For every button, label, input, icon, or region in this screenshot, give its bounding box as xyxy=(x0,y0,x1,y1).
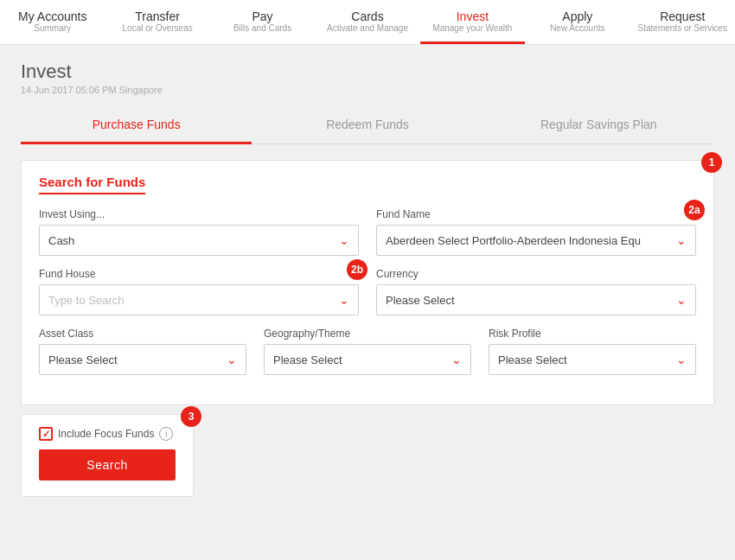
currency-value: Please Select xyxy=(386,294,671,307)
asset-class-value: Please Select xyxy=(48,353,221,366)
fund-house-value: Type to Search xyxy=(48,294,334,307)
bottom-section: 3 Include Focus Funds i Search xyxy=(21,414,194,497)
top-navigation: My Accounts Summary Transfer Local or Ov… xyxy=(0,0,735,45)
nav-request[interactable]: Request Statements or Services xyxy=(630,0,735,44)
fund-house-chevron-icon: ⌄ xyxy=(339,293,349,307)
risk-profile-group: Risk Profile Please Select ⌄ xyxy=(489,328,696,375)
include-focus-funds-row: Include Focus Funds i xyxy=(39,427,176,441)
step-badge-2a: 2a xyxy=(684,200,705,220)
include-focus-funds-checkbox[interactable] xyxy=(39,427,53,441)
tab-purchase-funds[interactable]: Purchase Funds xyxy=(21,109,252,144)
form-row-3: Asset Class Please Select ⌄ Geography/Th… xyxy=(39,328,696,375)
nav-invest[interactable]: Invest Manage your Wealth xyxy=(420,0,525,44)
main-tabs: Purchase Funds Redeem Funds Regular Savi… xyxy=(21,109,714,144)
asset-class-label: Asset Class xyxy=(39,328,246,340)
risk-profile-value: Please Select xyxy=(498,353,671,366)
page-date: 14 Jun 2017 05:06 PM Singapore xyxy=(21,85,714,95)
search-button[interactable]: Search xyxy=(39,449,176,480)
invest-using-chevron-icon: ⌄ xyxy=(339,233,349,247)
search-for-funds-card: 1 Search for Funds Invest Using... Cash … xyxy=(21,160,714,405)
nav-my-accounts[interactable]: My Accounts Summary xyxy=(0,0,105,44)
page-title: Invest xyxy=(21,60,714,83)
step-badge-2b: 2b xyxy=(347,259,368,280)
geography-theme-group: Geography/Theme Please Select ⌄ xyxy=(264,328,471,375)
asset-class-chevron-icon: ⌄ xyxy=(227,353,237,366)
step-badge-1: 1 xyxy=(701,152,722,173)
fund-house-label: Fund House xyxy=(39,268,359,280)
currency-label: Currency xyxy=(376,268,696,280)
geography-theme-label: Geography/Theme xyxy=(264,328,471,340)
fund-house-select[interactable]: Type to Search ⌄ xyxy=(39,284,359,315)
nav-transfer[interactable]: Transfer Local or Overseas xyxy=(105,0,209,44)
risk-profile-select[interactable]: Please Select ⌄ xyxy=(489,344,696,375)
nav-cards[interactable]: Cards Activate and Manage xyxy=(315,0,419,44)
form-row-2: 2b Fund House Type to Search ⌄ Currency … xyxy=(39,268,696,315)
invest-using-label: Invest Using... xyxy=(39,208,359,220)
currency-chevron-icon: ⌄ xyxy=(676,293,687,307)
invest-using-group: Invest Using... Cash ⌄ xyxy=(39,208,359,256)
fund-name-value: Aberdeen Select Portfolio-Aberdeen Indon… xyxy=(386,234,671,247)
tab-regular-savings[interactable]: Regular Savings Plan xyxy=(483,109,714,144)
nav-apply[interactable]: Apply New Accounts xyxy=(525,0,630,44)
currency-select[interactable]: Please Select ⌄ xyxy=(376,284,696,315)
fund-house-group: 2b Fund House Type to Search ⌄ xyxy=(39,268,359,315)
geography-theme-chevron-icon: ⌄ xyxy=(451,353,462,366)
asset-class-group: Asset Class Please Select ⌄ xyxy=(39,328,246,375)
tab-redeem-funds[interactable]: Redeem Funds xyxy=(252,109,483,144)
geography-theme-select[interactable]: Please Select ⌄ xyxy=(264,344,471,375)
step-badge-3: 3 xyxy=(181,406,201,427)
info-icon[interactable]: i xyxy=(159,427,173,441)
invest-using-value: Cash xyxy=(48,234,334,247)
nav-pay[interactable]: Pay Bills and Cards xyxy=(210,0,315,44)
invest-using-select[interactable]: Cash ⌄ xyxy=(39,225,359,256)
fund-name-chevron-icon: ⌄ xyxy=(676,233,687,247)
risk-profile-label: Risk Profile xyxy=(489,328,696,340)
form-row-1: Invest Using... Cash ⌄ 2a Fund Name Aber… xyxy=(39,208,696,256)
risk-profile-chevron-icon: ⌄ xyxy=(676,353,687,366)
currency-group: Currency Please Select ⌄ xyxy=(376,268,696,315)
fund-name-select[interactable]: Aberdeen Select Portfolio-Aberdeen Indon… xyxy=(376,225,696,256)
geography-theme-value: Please Select xyxy=(273,353,446,366)
page-content: Invest 14 Jun 2017 05:06 PM Singapore Pu… xyxy=(0,45,735,497)
include-focus-funds-label: Include Focus Funds xyxy=(58,428,154,440)
search-card-title: Search for Funds xyxy=(39,175,145,194)
fund-name-group: 2a Fund Name Aberdeen Select Portfolio-A… xyxy=(376,208,696,256)
fund-name-label: Fund Name xyxy=(376,208,696,220)
asset-class-select[interactable]: Please Select ⌄ xyxy=(39,344,246,375)
